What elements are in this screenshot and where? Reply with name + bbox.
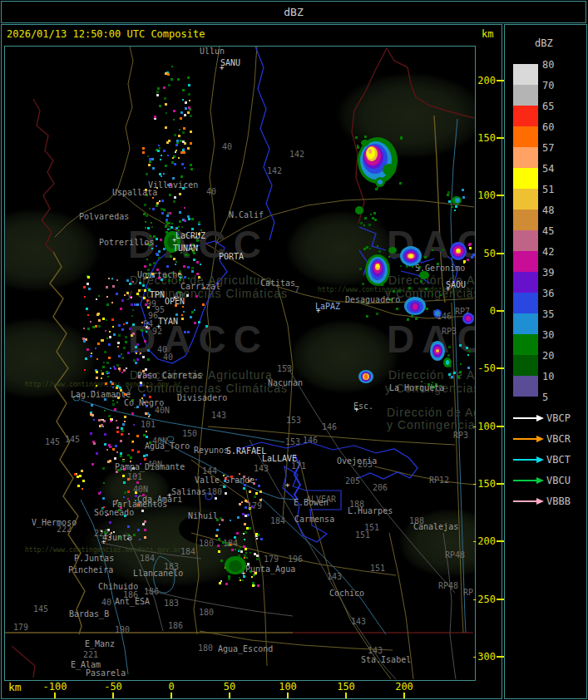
map-place-label: 101 (141, 421, 156, 429)
map-place-label: Carmensa (294, 515, 334, 524)
map-place-label: 40 (101, 599, 111, 607)
vbcu-arrow-icon (513, 480, 536, 481)
map-place-label: 4Junta (102, 534, 132, 542)
dbz-color-band (513, 189, 538, 210)
dbz-scale-label: 70 (542, 80, 567, 91)
vbbb-arrow-icon (513, 500, 536, 502)
map-place-label: 40 (206, 188, 216, 196)
map-place-label: Agua_Escond (218, 645, 273, 653)
station-marker: + (354, 406, 358, 412)
map-place-label: 180 (198, 644, 213, 653)
dbz-scale-label: 20 (542, 350, 567, 362)
map-place-label: Sta.Isabel (361, 656, 411, 664)
vbcr-arrow-icon (513, 438, 536, 440)
station-marker: + (101, 538, 106, 545)
map-place-label: TYAN (158, 318, 178, 326)
map-place-label: Carrizal (180, 283, 220, 291)
dbz-scale-label: 48 (542, 205, 567, 216)
map-place-label: Uspallata (112, 189, 157, 197)
dbz-color-band (513, 251, 538, 272)
map-place-label: 40N (147, 461, 162, 469)
map-place-label: 142 (267, 167, 282, 175)
dbz-scale-label: 36 (542, 288, 567, 299)
map-place-label: RP48 (438, 582, 458, 590)
dbz-scale-label: 45 (542, 225, 567, 237)
map-place-label: E.Bowen (294, 499, 329, 507)
map-place-label: Nacunan (268, 379, 303, 387)
map-place-label: 145 (33, 605, 48, 614)
vbcp-arrow-icon (513, 417, 536, 419)
map-place-label: La Horqueta (389, 384, 444, 392)
title-bar: dBZ (1, 1, 586, 23)
map-place-label: 40N (155, 407, 170, 415)
map-place-label: 144 (202, 467, 217, 476)
radar-map-canvas: DACCDirección de Agriculturay Contingenc… (4, 46, 476, 681)
map-place-label: Lag.Diamante (71, 391, 131, 399)
station-marker: + (316, 307, 320, 313)
map-place-label: Punta_Agua (245, 565, 295, 574)
map-place-label: 183 (164, 563, 179, 571)
dbz-color-band (513, 210, 538, 230)
vbcp-arrow-head-icon (536, 415, 544, 421)
map-place-label: 184 (270, 517, 285, 525)
dbz-scale-label: 60 (542, 121, 567, 133)
radar-echo-dot (475, 255, 476, 258)
dbz-color-band (513, 230, 538, 251)
map-place-label: Bardas_B (69, 610, 109, 619)
map-place-label: 143 (351, 618, 366, 626)
map-place-label: Paso_Carretas (137, 372, 202, 380)
map-place-label: 222 (57, 525, 72, 534)
dbz-color-band (513, 147, 538, 168)
map-place-label: 171 (291, 462, 306, 471)
map-place-label: 153 (277, 365, 292, 373)
map-place-label: Divisadero (177, 394, 227, 402)
dbz-color-band (513, 334, 538, 355)
vbct-arrow-head-icon (536, 456, 544, 463)
vbct-arrow-icon (513, 459, 536, 461)
dbz-scale-label: 10 (542, 371, 567, 382)
station-marker: + (220, 64, 224, 71)
map-place-label: 143 (211, 412, 226, 420)
station-marker: + (241, 569, 245, 576)
map-place-label: 190 (115, 626, 130, 634)
map-place-label: 40 (174, 292, 184, 300)
dbz-color-band (513, 313, 538, 334)
vector-legend-label: VBCT (546, 454, 571, 466)
vbcr-arrow-head-icon (536, 436, 544, 442)
map-place-label: 153 (286, 417, 301, 425)
map-place-label: 7 (294, 286, 299, 294)
dbz-scale-label: 39 (542, 267, 567, 279)
map-place-label: 203 (358, 461, 373, 469)
station-marker: + (446, 285, 450, 292)
timestamp-label: 2026/01/13 12:50:00 UTC Composite (7, 28, 205, 40)
map-place-label: Cochico (329, 589, 364, 598)
vector-legend-label: VBBB (546, 495, 571, 507)
map-place-label: 180 (199, 609, 214, 617)
vector-legend-label: VBCR (546, 433, 571, 445)
dbz-color-band (513, 376, 538, 397)
map-place-label: RP12 (429, 476, 449, 485)
map-place-label: Valle_Grande (195, 476, 254, 485)
map-place-label: RP7 (455, 308, 470, 316)
map-place-label: 145 (65, 436, 80, 444)
map-place-label: Ullun (200, 47, 225, 56)
dbz-color-band (513, 272, 538, 293)
map-place-label: 184 (140, 555, 155, 563)
map-place-label: 143 (327, 573, 342, 581)
map-place-label: 179 (247, 502, 262, 510)
dbz-color-band (513, 168, 538, 189)
legend-title: dBZ (535, 37, 553, 49)
page-title: dBZ (2, 2, 586, 22)
map-place-label: TUNAN (173, 244, 198, 253)
map-place-label: 205 (345, 477, 360, 486)
legend-panel: dBZ 807065605754514845423936353020105 VB… (504, 24, 587, 699)
map-place-labels-layer: UllunSANUVillavicenUspallataPolvaredasN.… (5, 47, 475, 680)
map-place-label: 179 (264, 555, 279, 564)
map-place-label: Reyunos (194, 446, 229, 455)
dbz-scale-label: 54 (542, 163, 567, 175)
map-place-label: Ant_ESA (115, 598, 150, 606)
map-panel: 2026/01/13 12:50:00 UTC Composite km (1, 24, 502, 699)
map-place-label: Desaguadero (345, 296, 400, 304)
map-place-label: 145 (45, 438, 60, 446)
map-place-label: 196 (288, 555, 303, 564)
